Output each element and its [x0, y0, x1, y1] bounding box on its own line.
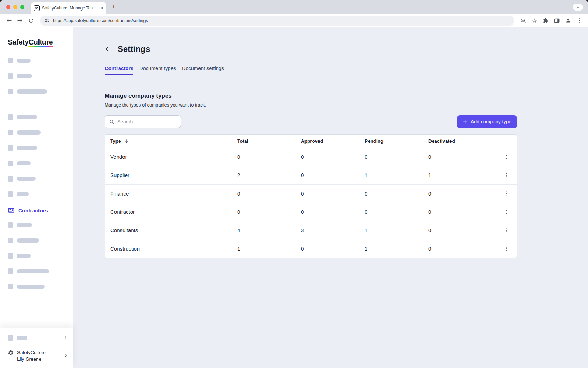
kebab-menu-icon: [504, 172, 510, 178]
column-header-approved[interactable]: Approved: [301, 138, 365, 144]
close-window-button[interactable]: [6, 5, 10, 9]
table-controls: Add company type: [105, 115, 517, 128]
sidebar: SafetyCulture Contractors: [0, 27, 74, 368]
row-menu-button[interactable]: [502, 207, 512, 217]
row-menu-button[interactable]: [502, 244, 512, 254]
browser-toolbar: https://app.safetyculture.com/contractor…: [0, 14, 588, 27]
tab-contractors[interactable]: Contractors: [105, 66, 133, 75]
address-bar[interactable]: https://app.safetyculture.com/contractor…: [40, 16, 514, 26]
kebab-menu-icon: [504, 154, 510, 160]
toolbar-actions: [518, 15, 584, 26]
tab-document-settings[interactable]: Document settings: [182, 66, 224, 75]
org-name: SafetyCulture: [17, 349, 46, 356]
sidebar-nav: SafetyCulture Contractors: [0, 27, 73, 328]
column-header-deactivated[interactable]: Deactivated: [428, 138, 497, 144]
reload-icon: [28, 18, 34, 24]
forward-button[interactable]: [15, 15, 25, 26]
section-title: Manage company types: [105, 93, 588, 100]
page-header: Settings: [105, 44, 588, 54]
cell-pending: 1: [365, 246, 428, 252]
kebab-menu-icon: [504, 191, 510, 196]
sidebar-skeleton-item: [8, 284, 65, 289]
column-header-type[interactable]: Type: [105, 138, 237, 144]
tab-document-types[interactable]: Document types: [139, 66, 176, 75]
table-row: Finance 0 0 0 0: [105, 185, 517, 203]
table-row: Consultants 4 3 1 0: [105, 221, 517, 239]
sidebar-skeleton-item: [8, 238, 65, 243]
sidebar-skeleton-item: [8, 130, 65, 135]
cell-total: 0: [237, 191, 301, 197]
browser-tab[interactable]: SC SafetyCulture: Manage Teams and... ×: [31, 2, 106, 14]
sidebar-item-contractors[interactable]: Contractors: [8, 207, 65, 214]
sidebar-footer: SafetyCulture Lily Greene: [0, 328, 73, 368]
cell-approved: 0: [301, 154, 365, 160]
sidebar-item-label: Contractors: [18, 207, 48, 213]
add-company-type-button[interactable]: Add company type: [457, 115, 517, 128]
row-menu-button[interactable]: [502, 170, 512, 180]
chevron-right-icon: [63, 335, 68, 340]
row-menu-button[interactable]: [502, 152, 512, 162]
cell-deactivated: 0: [428, 209, 497, 215]
browser-menu-button[interactable]: [574, 15, 584, 26]
cell-deactivated: 0: [428, 246, 497, 252]
arrow-right-icon: [17, 17, 23, 24]
cell-approved: 0: [301, 191, 365, 197]
back-to-previous-button[interactable]: [105, 45, 112, 53]
tab-search-button[interactable]: [573, 4, 583, 11]
reload-button[interactable]: [26, 15, 36, 26]
back-button[interactable]: [4, 15, 14, 26]
favicon-icon: SC: [34, 5, 40, 11]
sidebar-skeleton-item: [8, 191, 65, 197]
table-row: Contractor 0 0 0 0: [105, 203, 517, 221]
sidebar-footer-item[interactable]: [8, 335, 68, 341]
table-row: Construction 1 0 1 0: [105, 239, 517, 258]
cell-approved: 0: [301, 209, 365, 215]
cell-total: 1: [237, 246, 301, 252]
section-subtitle: Manage the types of companies you want t…: [105, 102, 588, 108]
row-menu-button[interactable]: [502, 189, 512, 198]
profile-icon: [565, 17, 572, 24]
search-box[interactable]: [105, 115, 181, 128]
kebab-menu-icon: [576, 18, 582, 23]
column-header-pending[interactable]: Pending: [365, 138, 428, 144]
star-icon: [531, 18, 538, 24]
cell-approved: 0: [301, 246, 365, 252]
sidebar-divider: [8, 104, 65, 104]
site-info-icon[interactable]: [44, 18, 50, 23]
column-header-total[interactable]: Total: [237, 138, 301, 144]
cell-type: Contractor: [105, 209, 237, 215]
new-tab-button[interactable]: +: [109, 2, 118, 12]
cell-approved: 0: [301, 172, 365, 178]
cell-approved: 3: [301, 227, 365, 233]
bookmark-button[interactable]: [529, 15, 540, 26]
zoom-button[interactable]: [518, 15, 528, 26]
table-row: Vendor 0 0 0 0: [105, 148, 517, 166]
sidebar-skeleton-item: [8, 89, 65, 94]
sidebar-skeleton-item: [8, 73, 65, 79]
user-name: Lily Greene: [17, 356, 46, 362]
sidebar-skeleton-item: [8, 176, 65, 182]
cell-type: Vendor: [105, 154, 237, 160]
cell-pending: 0: [365, 209, 428, 215]
cell-pending: 0: [365, 154, 428, 160]
puzzle-icon: [542, 18, 549, 24]
search-input[interactable]: [117, 119, 177, 124]
minimize-window-button[interactable]: [13, 5, 18, 9]
account-switcher[interactable]: SafetyCulture Lily Greene: [8, 349, 68, 362]
contact-badge-icon: [8, 207, 15, 214]
table-row: Supplier 2 0 1 1: [105, 166, 517, 184]
page-title: Settings: [118, 44, 150, 54]
profile-button[interactable]: [563, 15, 573, 26]
window-controls: [6, 5, 24, 9]
tab-close-icon[interactable]: ×: [100, 6, 103, 11]
zoom-window-button[interactable]: [20, 5, 24, 9]
side-panel-button[interactable]: [552, 15, 562, 26]
kebab-menu-icon: [504, 246, 510, 252]
arrow-left-icon: [6, 17, 12, 24]
cell-total: 4: [237, 227, 301, 233]
cell-total: 0: [237, 154, 301, 160]
cell-total: 2: [237, 172, 301, 178]
row-menu-button[interactable]: [502, 225, 512, 235]
sort-descending-icon: [124, 139, 129, 144]
extensions-button[interactable]: [540, 15, 551, 26]
